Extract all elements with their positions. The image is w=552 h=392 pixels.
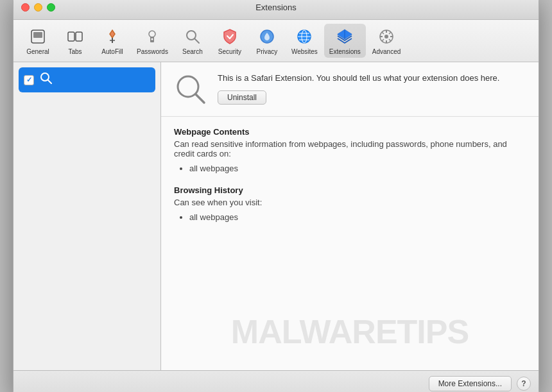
footer: More Extensions... ? <box>13 370 539 392</box>
tabs-label: Tabs <box>68 48 82 55</box>
autofill-label: AutoFill <box>101 48 123 55</box>
privacy-label: Privacy <box>257 48 278 55</box>
advanced-icon <box>376 26 397 47</box>
webpage-contents-item: all webpages <box>189 162 526 175</box>
svg-point-21 <box>384 35 388 38</box>
advanced-label: Advanced <box>372 48 401 55</box>
svg-point-8 <box>151 38 153 40</box>
svg-rect-1 <box>33 32 42 38</box>
traffic-lights <box>21 3 55 12</box>
svg-line-33 <box>196 94 204 103</box>
uninstall-button[interactable]: Uninstall <box>218 90 266 105</box>
browsing-history-desc: Can see when you visit: <box>174 198 526 207</box>
webpage-contents-list: all webpages <box>174 162 526 175</box>
extensions-label: Extensions <box>329 48 361 55</box>
search-icon <box>182 26 203 47</box>
sidebar-item-search-ext[interactable]: ✓ <box>19 67 155 92</box>
main-content: ✓ MALWARETIPS <box>13 62 539 370</box>
websites-label: Websites <box>291 48 318 55</box>
extension-description: This is a Safari Extension. You should t… <box>218 72 526 84</box>
toolbar-item-search[interactable]: Search <box>175 24 211 58</box>
svg-rect-3 <box>76 32 82 41</box>
titlebar: Extensions <box>13 0 539 20</box>
permission-group-history: Browsing History Can see when you visit:… <box>174 185 526 224</box>
browsing-history-list: all webpages <box>174 211 526 224</box>
close-button[interactable] <box>21 3 30 12</box>
extension-checkbox[interactable]: ✓ <box>24 75 34 85</box>
toolbar-item-extensions[interactable]: Extensions <box>324 24 366 58</box>
browsing-history-item: all webpages <box>189 211 526 224</box>
extensions-icon <box>334 26 355 47</box>
passwords-icon <box>142 26 162 47</box>
passwords-label: Passwords <box>137 48 168 55</box>
svg-line-27 <box>389 39 391 41</box>
general-label: General <box>26 48 49 55</box>
permissions-section: Webpage Contents Can read sensitive info… <box>161 117 539 244</box>
browsing-history-title: Browsing History <box>174 185 526 195</box>
security-label: Security <box>218 48 241 55</box>
watermark: MALWARETIPS <box>231 312 469 351</box>
toolbar-item-general[interactable]: General <box>20 24 56 58</box>
security-icon <box>220 26 240 47</box>
svg-line-29 <box>382 39 384 41</box>
more-extensions-button[interactable]: More Extensions... <box>429 376 512 391</box>
webpage-contents-title: Webpage Contents <box>174 127 526 137</box>
sidebar: ✓ <box>13 62 161 370</box>
toolbar-item-autofill[interactable]: AutoFill <box>94 24 130 58</box>
minimize-button[interactable] <box>34 3 42 12</box>
toolbar: General Tabs AutoFill <box>13 20 539 62</box>
window: Extensions General Tabs <box>13 0 539 392</box>
svg-line-26 <box>382 32 384 34</box>
search-label: Search <box>182 48 203 55</box>
svg-rect-2 <box>68 32 74 41</box>
maximize-button[interactable] <box>47 3 55 12</box>
extension-icon <box>174 72 207 106</box>
right-panel: MALWARETIPS This is a Safari Extension. … <box>161 62 539 370</box>
toolbar-item-privacy[interactable]: Privacy <box>249 24 285 58</box>
svg-point-6 <box>149 31 155 37</box>
extension-search-icon <box>39 71 53 89</box>
extension-info: This is a Safari Extension. You should t… <box>218 72 526 105</box>
toolbar-item-security[interactable]: Security <box>212 24 248 58</box>
window-title: Extensions <box>255 3 297 12</box>
svg-line-31 <box>48 80 52 84</box>
checkmark-icon: ✓ <box>26 76 32 84</box>
svg-line-28 <box>389 32 391 34</box>
toolbar-item-passwords[interactable]: Passwords <box>132 24 173 58</box>
svg-line-10 <box>194 38 199 43</box>
webpage-contents-desc: Can read sensitive information from webp… <box>174 139 526 158</box>
tabs-icon <box>65 26 85 47</box>
toolbar-item-websites[interactable]: Websites <box>286 24 323 58</box>
permission-group-webpage: Webpage Contents Can read sensitive info… <box>174 127 526 175</box>
toolbar-item-advanced[interactable]: Advanced <box>367 24 406 58</box>
help-button[interactable]: ? <box>517 377 531 391</box>
autofill-icon <box>102 26 123 47</box>
privacy-icon <box>257 26 277 47</box>
extension-header: This is a Safari Extension. You should t… <box>161 62 539 117</box>
general-icon <box>28 26 48 47</box>
toolbar-item-tabs[interactable]: Tabs <box>57 24 93 58</box>
websites-icon <box>294 26 315 47</box>
